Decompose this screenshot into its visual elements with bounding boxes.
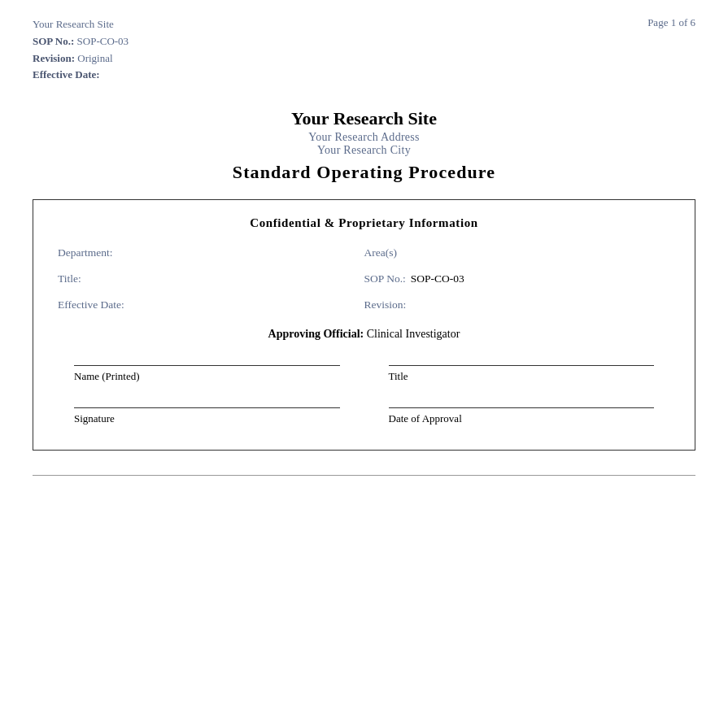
date-approval-block: Date of Approval [389,407,655,425]
areas-item: Area(s) [364,246,671,259]
effective-date-label: Effective Date: [58,298,124,311]
sop-no-value: SOP-CO-03 [411,272,464,285]
signature-label: Signature [74,412,340,425]
center-title: Your Research Site Your Research Address… [33,108,695,183]
signature-section: Name (Printed) Title Signature Date of A… [58,365,670,425]
center-sop-title: Standard Operating Procedure [33,162,695,183]
name-printed-line [74,365,340,366]
date-approval-line [389,407,655,408]
header-revision-value: Original [77,52,112,64]
department-item: Department: [58,246,364,259]
title-item: Title: [58,272,364,285]
info-box-title: Confidential & Proprietary Information [58,216,670,230]
header-revision-label: Revision: [33,52,75,64]
date-approval-label: Date of Approval [389,412,655,425]
info-grid: Department: Area(s) Title: SOP No.: SOP-… [58,246,670,311]
approving-label: Approving Official: [268,328,364,340]
title-label: Title: [58,272,81,285]
signature-line [74,407,340,408]
revision-label: Revision: [364,298,407,311]
sop-no-label: SOP No.: [364,272,406,285]
header-top: Your Research Site SOP No.: SOP-CO-03 Re… [33,16,695,84]
name-printed-block: Name (Printed) [74,365,340,383]
title-sig-line [389,365,655,366]
header-revision-line: Revision: Original [33,50,129,67]
signature-block: Signature [74,407,340,425]
areas-label: Area(s) [364,246,397,259]
header-site-name: Your Research Site [33,16,129,33]
title-sig-block: Title [389,365,655,383]
header-left: Your Research Site SOP No.: SOP-CO-03 Re… [33,16,129,84]
center-address: Your Research Address [33,131,695,144]
approving-section: Approving Official: Clinical Investigato… [58,328,670,341]
revision-item: Revision: [364,298,671,311]
header-sop-line: SOP No.: SOP-CO-03 [33,33,129,50]
header-right: Page 1 of 6 [647,16,695,84]
name-printed-label: Name (Printed) [74,370,340,383]
info-box: Confidential & Proprietary Information D… [33,199,695,451]
page-info: Page 1 of 6 [647,16,695,28]
header-sop-value: SOP-CO-03 [77,35,129,47]
department-label: Department: [58,246,112,259]
effective-date-item: Effective Date: [58,298,364,311]
sop-no-item: SOP No.: SOP-CO-03 [364,272,671,285]
bottom-divider [33,475,695,476]
header-effective-label: Effective Date: [33,68,100,81]
approving-value: Clinical Investigator [367,328,460,340]
header-sop-label: SOP No.: [33,35,74,47]
center-site-name: Your Research Site [33,108,695,129]
center-city: Your Research City [33,144,695,157]
header-effective-line: Effective Date: [33,67,129,84]
title-sig-label: Title [389,370,655,383]
